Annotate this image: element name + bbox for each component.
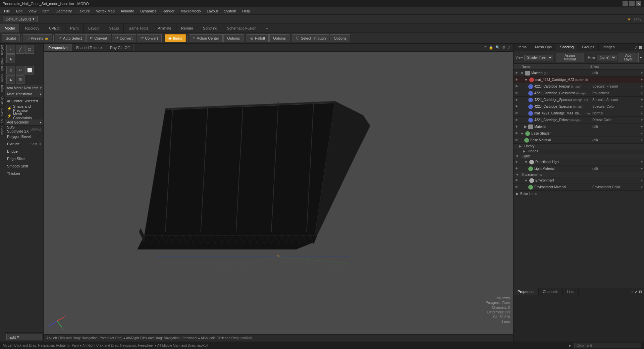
row-arrow[interactable]: ▾ [639,167,644,170]
select-poly-icon[interactable]: □ [25,45,34,54]
vp-settings-icon[interactable]: ⚙ [502,45,505,50]
view-dropdown[interactable]: Shader Tree [524,55,553,60]
bp-tab-properties[interactable]: Properties [514,288,539,295]
add-layer-button[interactable]: Add Layer [618,53,639,62]
right-tab-images[interactable]: Images [599,44,619,51]
shader-tree-row-fresnel[interactable]: 👁 422J_Cartridge_Fresnel (Image) Specula… [514,83,644,90]
bp-popout-icon[interactable]: ⊡ [639,290,642,294]
tab-model[interactable]: Model [0,23,20,33]
center-selected-btn[interactable]: ⊕ Center Selected [5,97,43,105]
expand-right-icon[interactable]: ⤢ [635,45,638,50]
shader-tree-row-diffuse[interactable]: 👁 422J_Cartridge_Diffuse (Image) Diffuse… [514,117,644,123]
row-arrow[interactable]: ▾ [639,160,644,164]
options-button-1[interactable]: Options [223,34,244,42]
visibility-eye[interactable]: 👁 [514,71,520,75]
fold-arrow[interactable]: ▼ [520,132,524,136]
layout-dropdown[interactable]: Default Layouts ▾ [3,16,38,22]
mesh-constraints-btn[interactable]: ⚡ Mesh Constraints [5,112,43,119]
thicken-btn[interactable]: Thicken [5,170,43,177]
visibility-eye[interactable]: 👁 [514,138,520,142]
shader-tree-row-light-material[interactable]: 👁 Light Material (all) ▾ [514,165,644,172]
shader-tree-row-base-material[interactable]: 👁 Base Material (all) ▾ [514,137,644,144]
command-input[interactable] [574,343,641,348]
visibility-eye[interactable]: 👁 [514,91,520,95]
shader-tree-row-environment[interactable]: 👁 ▼ Environment ▾ [514,177,644,184]
visibility-eye[interactable]: 👁 [514,132,520,135]
vp-tab-shaded[interactable]: Shaded Texture [72,44,106,51]
shader-tree-row-specular-color[interactable]: 👁 422J_Cartridge_Specular (Image) Specul… [514,103,644,110]
add-geometry-header[interactable]: Add Geometry ▾ [5,119,43,126]
shader-tree-row-environment-material[interactable]: 👁 Environment Material Environment Color… [514,184,644,191]
row-arrow[interactable]: ▾ [639,179,644,182]
scale-icon[interactable]: ⬜ [25,66,34,74]
move-icon[interactable]: ⌀ [6,66,15,74]
visibility-eye[interactable]: 👁 [514,160,520,164]
menu-system[interactable]: System [221,8,239,14]
sds-subdivide-btn[interactable]: SDS Subdivide 2X Shift+Z [5,126,43,133]
shader-tree-lights[interactable]: ▼ Lights [514,154,644,159]
minimize-button[interactable]: ─ [623,1,628,6]
vp-reset-icon[interactable]: ↺ [484,45,487,50]
select-item-icon[interactable]: ▲ [6,54,15,63]
bp-tab-lists[interactable]: Lists [563,288,579,295]
tab-layout[interactable]: Layout [84,23,104,33]
visibility-eye[interactable]: 👁 [514,167,520,170]
maximize-button[interactable]: □ [629,1,635,6]
options-button-2[interactable]: Options [269,34,289,42]
tab-animate[interactable]: Animate [153,23,176,33]
row-arrow[interactable]: ▾ [639,91,644,95]
row-arrow[interactable]: ▾ [639,105,644,108]
rotate-icon[interactable]: ↩ [16,66,24,74]
bp-tab-channels[interactable]: Channels [539,288,562,295]
visibility-eye[interactable]: 👁 [514,85,520,88]
bake-items-row[interactable]: ▶ Bake Items [514,191,644,197]
convert-button-2[interactable]: ⟳ Convert [112,34,137,42]
row-arrow[interactable]: ▾ [639,185,644,189]
menu-layout[interactable]: Layout [204,8,220,14]
convert-button-3[interactable]: ⟳ Convert [137,34,162,42]
fold-arrow[interactable]: ▼ [520,71,524,75]
action-center-button[interactable]: ⊕ Action Center [189,34,223,42]
shader-tree-environments[interactable]: ▼ Environments [514,172,644,177]
falloff-button[interactable]: ◎ Falloff [247,34,269,42]
tab-render[interactable]: Render [176,23,198,33]
shader-tree-nodes[interactable]: ▶ Nodes [514,149,644,154]
options-button-3[interactable]: Options [330,34,350,42]
vp-tab-raygl[interactable]: Ray GL: Off [106,44,134,51]
row-arrow[interactable]: ▾ [639,111,644,115]
add-tab-button[interactable]: + [263,23,271,33]
viewport-canvas[interactable]: No Items Polygons : Face Channels: 0 Def… [44,52,513,334]
right-tab-groups[interactable]: Groups [578,44,598,51]
filter-dropdown[interactable]: (none) [597,55,616,60]
bp-expand-icon[interactable]: ⤢ [635,290,638,294]
visibility-eye[interactable]: 👁 [514,179,520,182]
vert-label-deform[interactable]: Deform [0,44,5,56]
menu-edit[interactable]: Edit [13,8,25,14]
tab-setup[interactable]: Setup [104,23,124,33]
vp-tab-perspective[interactable]: Perspective [44,44,72,51]
select-edge-icon[interactable]: ╱ [16,45,24,54]
close-button[interactable]: ✕ [636,1,641,6]
shader-tree-library[interactable]: ▶ Library [514,144,644,149]
vert-label-polygon[interactable]: Polygon [0,93,5,107]
row-arrow[interactable]: ▾ [639,85,644,88]
menu-dynamics[interactable]: Dynamics [138,8,159,14]
transform-icon[interactable]: ▲ [6,75,15,84]
row-arrow[interactable]: ▾ [639,98,644,102]
assign-material-button[interactable]: Assign Material [556,53,584,62]
status-arrow-icon[interactable]: ▶ [569,344,572,347]
fold-arrow[interactable]: ▶ [524,124,527,129]
fold-arrow[interactable]: ▼ [524,179,528,183]
menu-geometry[interactable]: Geometry [53,8,74,14]
shader-tree-row-material-sub[interactable]: 👁 ▶ Material (all) ▾ [514,123,644,130]
row-arrow[interactable]: ▾ [639,138,644,142]
right-tab-mesh-ops[interactable]: Mesh Ops [531,44,556,51]
fold-arrow[interactable]: ▼ [524,160,528,164]
presets-button[interactable]: ⊞ Presets 🔒 [23,34,52,42]
visibility-eye[interactable]: 👁 [514,105,520,108]
menu-texture[interactable]: Texture [75,8,93,14]
bridge-btn[interactable]: Bridge [5,148,43,155]
right-tab-shading[interactable]: Shading [556,44,578,51]
tab-paint[interactable]: Paint [65,23,84,33]
vert-label-edge[interactable]: Edge [0,84,5,93]
